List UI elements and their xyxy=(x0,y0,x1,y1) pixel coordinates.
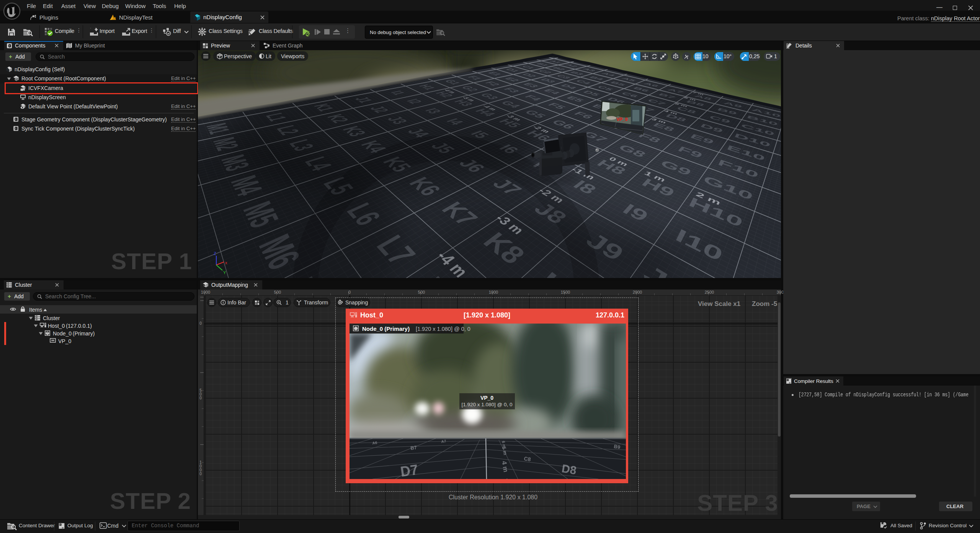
svg-text:VP_0: VP_0 xyxy=(616,117,628,122)
svg-text:Z: Z xyxy=(214,251,216,256)
svg-text:A7: A7 xyxy=(441,439,447,444)
svg-text:B7: B7 xyxy=(410,445,417,451)
svg-text:B9: B9 xyxy=(614,443,621,450)
svg-text:Y: Y xyxy=(223,270,226,275)
svg-text:D7: D7 xyxy=(399,462,419,479)
svg-text:A6: A6 xyxy=(372,440,378,445)
svg-text:C8: C8 xyxy=(524,455,531,463)
svg-text:D8: D8 xyxy=(561,462,577,477)
svg-text:x: x xyxy=(225,260,227,265)
